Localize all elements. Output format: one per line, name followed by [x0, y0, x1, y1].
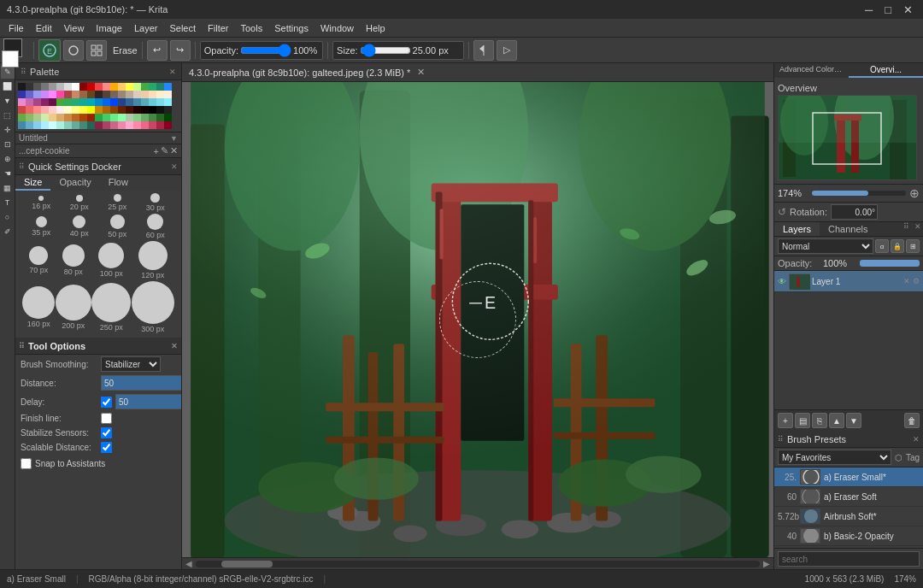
palette-color-cell[interactable] [103, 121, 110, 129]
menu-edit[interactable]: Edit [31, 21, 57, 35]
tool-move[interactable]: ✛ [1, 123, 15, 137]
palette-color-cell[interactable] [18, 121, 26, 129]
palette-color-cell[interactable] [126, 98, 133, 106]
palette-color-cell[interactable] [141, 106, 149, 114]
brush-filter-select[interactable]: My Favorites All Recently Used [778, 450, 891, 465]
palette-color-cell[interactable] [87, 98, 95, 106]
brush-size-250[interactable]: 250 px [91, 283, 131, 332]
palette-color-cell[interactable] [79, 98, 87, 106]
tool-transform[interactable]: ⊡ [1, 138, 15, 151]
palette-color-cell[interactable] [56, 114, 64, 121]
palette-color-cell[interactable] [72, 91, 79, 98]
size-slider-input[interactable] [360, 46, 411, 55]
brush-size-120[interactable]: 120 px [138, 241, 168, 279]
brush-size-50[interactable]: 50 px [108, 215, 126, 238]
tool-pan[interactable]: ☚ [1, 167, 15, 180]
palette-color-cell[interactable] [126, 106, 133, 114]
scalable-distance-checkbox[interactable] [101, 442, 112, 453]
palette-color-cell[interactable] [110, 83, 118, 91]
rotation-input[interactable] [831, 204, 878, 220]
tab-overview[interactable]: Overvi... [849, 63, 923, 78]
brush-preset-basic2[interactable]: 40 b) Basic-2 Opacity [774, 526, 923, 546]
tool-options-close[interactable]: ✕ [171, 342, 178, 350]
palette-color-cell[interactable] [118, 106, 126, 114]
palette-color-cell[interactable] [79, 114, 87, 121]
palette-color-cell[interactable] [103, 114, 110, 121]
layer-add-button[interactable]: + [778, 413, 793, 428]
palette-color-cell[interactable] [18, 91, 26, 98]
palette-color-cell[interactable] [149, 98, 156, 106]
palette-color-cell[interactable] [26, 91, 33, 98]
overview-thumbnail[interactable] [778, 95, 917, 180]
palette-expand-icon[interactable]: ▼ [170, 134, 178, 143]
palette-color-cell[interactable] [64, 121, 72, 129]
layer-move-up-button[interactable]: ▲ [829, 413, 844, 428]
palette-color-cell[interactable] [156, 121, 164, 129]
menu-image[interactable]: Image [91, 21, 127, 35]
palette-color-cell[interactable] [41, 98, 49, 106]
palette-color-cell[interactable] [64, 83, 72, 91]
brush-size-25[interactable]: 25 px [108, 194, 126, 211]
layers-opacity-slider[interactable] [860, 260, 920, 267]
palette-color-cell[interactable] [133, 98, 141, 106]
palette-color-cell[interactable] [156, 91, 164, 98]
layer-settings-icon[interactable]: ⚙ [913, 277, 920, 285]
undo-button[interactable]: ↩ [147, 40, 168, 61]
palette-color-cell[interactable] [164, 121, 172, 129]
palette-color-cell[interactable] [79, 121, 87, 129]
palette-color-cell[interactable] [126, 91, 133, 98]
layer-duplicate-button[interactable]: ⎘ [812, 413, 827, 428]
palette-color-cell[interactable] [64, 91, 72, 98]
brush-size-16[interactable]: 16 px [32, 196, 50, 210]
palette-color-cell[interactable] [156, 106, 164, 114]
tool-select-rect[interactable]: ⬚ [1, 109, 15, 122]
scroll-right-btn[interactable]: ▶ [763, 559, 770, 568]
palette-options-icon[interactable]: ✕ [169, 68, 176, 76]
tool-text[interactable]: T [1, 196, 15, 209]
palette-color-cell[interactable] [133, 106, 141, 114]
menu-view[interactable]: View [59, 21, 90, 35]
palette-color-cell[interactable] [72, 114, 79, 121]
palette-color-cell[interactable] [133, 91, 141, 98]
palette-color-cell[interactable] [149, 83, 156, 91]
palette-color-cell[interactable] [110, 91, 118, 98]
palette-color-cell[interactable] [79, 106, 87, 114]
layer-delete-icon[interactable]: ✕ [903, 277, 910, 285]
palette-color-cell[interactable] [79, 91, 87, 98]
palette-color-cell[interactable] [164, 91, 172, 98]
palette-color-cell[interactable] [56, 98, 64, 106]
stabilize-sensors-checkbox[interactable] [101, 427, 112, 438]
palette-color-cell[interactable] [156, 98, 164, 106]
palette-color-cell[interactable] [164, 106, 172, 114]
palette-color-cell[interactable] [95, 98, 103, 106]
layer-group-button[interactable]: ▤ [795, 413, 810, 428]
palette-color-cell[interactable] [95, 91, 103, 98]
palette-color-cell[interactable] [33, 114, 41, 121]
layer-vis-icon[interactable]: 👁 [778, 277, 786, 286]
palette-color-cell[interactable] [18, 106, 26, 114]
layer-lock-all[interactable]: ⊞ [906, 239, 920, 253]
brush-size-300[interactable]: 300 px [132, 281, 174, 333]
tool-zoom[interactable]: ⊕ [1, 152, 15, 166]
canvas-painting-container[interactable]: E [182, 82, 773, 557]
zoom-icon[interactable]: ⊕ [909, 186, 920, 200]
palette-color-cell[interactable] [118, 83, 126, 91]
palette-color-cell[interactable] [18, 98, 26, 106]
layers-opacity-value[interactable]: 100% [823, 258, 857, 268]
palette-color-cell[interactable] [72, 83, 79, 91]
palette-color-cell[interactable] [72, 106, 79, 114]
palette-color-cell[interactable] [110, 121, 118, 129]
palette-color-cell[interactable] [33, 98, 41, 106]
tool-shapes[interactable]: ○ [1, 210, 15, 224]
palette-color-cell[interactable] [41, 121, 49, 129]
brush-size-200[interactable]: 200 px [56, 285, 91, 330]
palette-color-cell[interactable] [26, 98, 33, 106]
canvas-scrollbar-thumb[interactable] [221, 561, 273, 567]
palette-color-cell[interactable] [126, 121, 133, 129]
brush-presets-close[interactable]: ✕ [913, 435, 920, 444]
brush-grid-button[interactable] [86, 40, 107, 61]
palette-color-cell[interactable] [133, 114, 141, 121]
brush-preset-eraser-small[interactable]: 25. a) Eraser Small* [774, 467, 923, 487]
palette-color-cell[interactable] [110, 106, 118, 114]
palette-color-cell[interactable] [64, 106, 72, 114]
